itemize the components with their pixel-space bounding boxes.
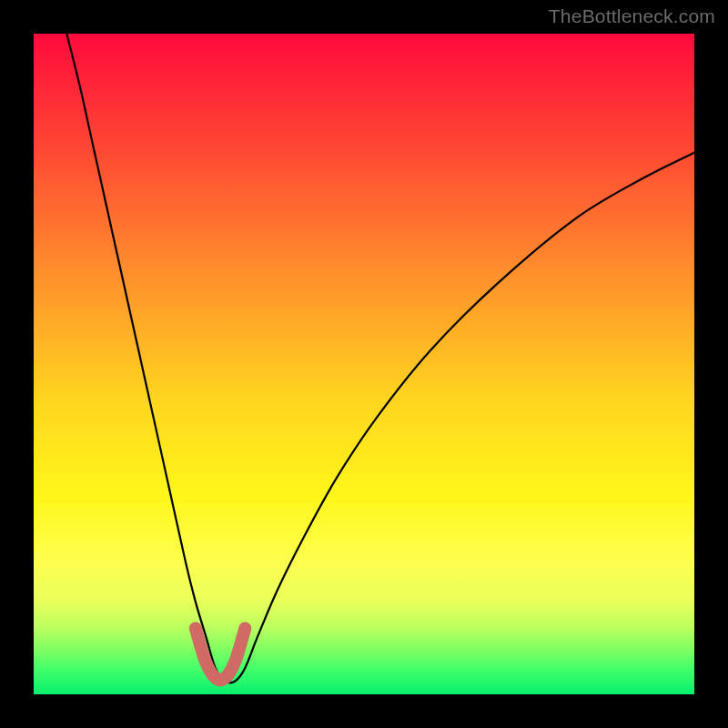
watermark-text: TheBottleneck.com — [549, 5, 715, 27]
highlight-segment — [196, 628, 245, 680]
bottleneck-curve — [66, 34, 694, 682]
chart-svg — [34, 34, 694, 694]
chart-frame: TheBottleneck.com — [0, 0, 728, 728]
